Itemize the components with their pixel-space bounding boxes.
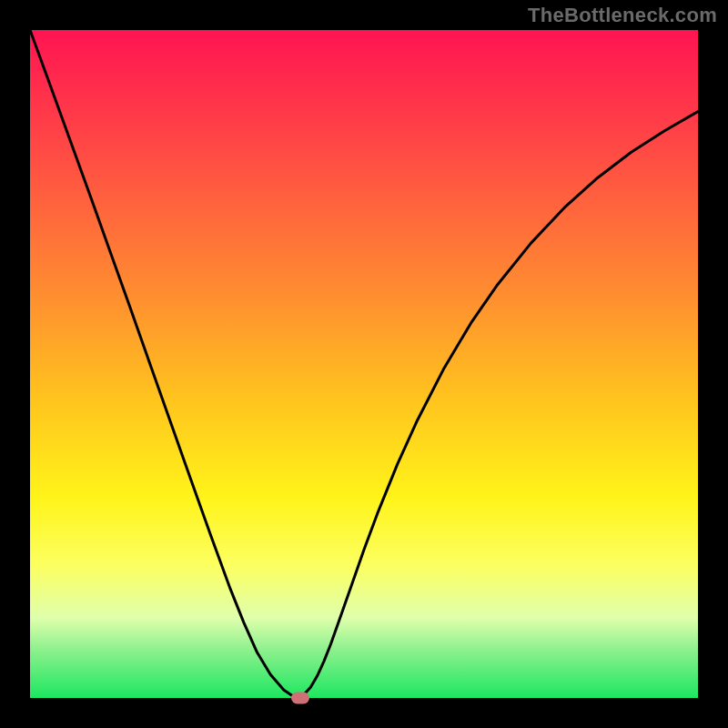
watermark-text: TheBottleneck.com [528, 4, 717, 27]
optimal-point-marker [291, 693, 309, 704]
chart-frame: TheBottleneck.com [0, 0, 728, 728]
bottleneck-curve [30, 30, 698, 698]
plot-area [30, 30, 698, 698]
